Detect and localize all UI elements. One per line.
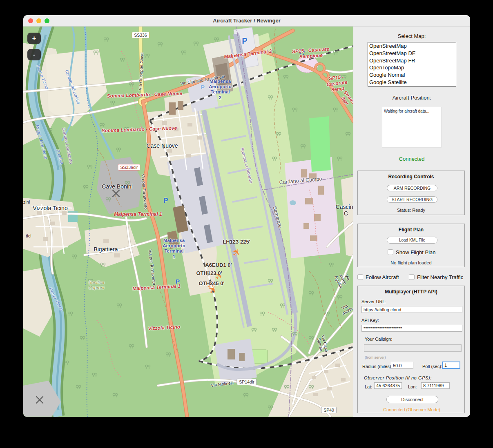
disconnect-button[interactable]: Disconnect xyxy=(386,396,438,403)
server-url-label: Server URL: xyxy=(361,299,386,304)
aircraft-label: OTH123 0' xyxy=(196,270,222,276)
api-key-input[interactable] xyxy=(361,325,462,332)
flight-plan-title: Flight Plan xyxy=(358,227,464,233)
close-button[interactable] xyxy=(28,18,33,23)
radius-label: Radius (miles): xyxy=(362,364,392,369)
observer-position-label: Observer Position (if no GPS): xyxy=(364,375,432,380)
minimize-button[interactable] xyxy=(36,18,41,23)
lon-label: Lon: xyxy=(408,384,417,389)
aircraft-label: A6EUD1 0' xyxy=(205,262,232,268)
map-source-list[interactable]: OpenStreetMapOpenStreetMap DEOpenStreetM… xyxy=(368,42,456,86)
multiplayer-group: Multiplayer (HTTP API) Server URL: API K… xyxy=(357,286,465,413)
map-canvas[interactable]: PPPP SS336Via Giuseppe GiustiMalpensa Te… xyxy=(23,27,353,417)
select-map-label: Select Map: xyxy=(353,33,470,39)
flight-plan-status: No flight plan loaded xyxy=(358,260,464,265)
recording-status: Status: Ready xyxy=(358,208,464,213)
map-basemap xyxy=(23,27,353,417)
poll-input[interactable] xyxy=(442,362,460,369)
arm-recording-button[interactable]: ARM RECORDING xyxy=(387,185,437,191)
lat-label: Lat: xyxy=(365,384,372,389)
flight-plan-group: Flight Plan Load KML File Show Flight Pl… xyxy=(357,224,465,267)
aircraft-position-label: Aircraft Position: xyxy=(353,95,470,101)
control-panel: Select Map: OpenStreetMapOpenStreetMap D… xyxy=(353,27,470,417)
window-title: Aircraft Tracker / Rewinger xyxy=(23,15,470,27)
recording-controls-title: Recording Controls xyxy=(358,174,464,180)
map-option[interactable]: OpenStreetMap DE xyxy=(368,50,456,57)
recording-controls-group: Recording Controls ARM RECORDING START R… xyxy=(357,171,465,215)
aircraft-label: OTH345 0' xyxy=(199,280,224,286)
filter-traffic-checkbox[interactable] xyxy=(409,274,415,280)
map-option[interactable]: OpenStreetMap FR xyxy=(368,57,456,64)
callsign-hint: (from server) xyxy=(365,355,386,359)
callsign-label: Your Callsign: xyxy=(365,337,392,342)
server-url-input[interactable] xyxy=(361,306,462,313)
map-option[interactable]: OpenTopoMap xyxy=(368,64,456,71)
api-key-label: API Key: xyxy=(361,318,379,323)
aircraft-label: LH123 225' xyxy=(223,239,250,245)
map-option[interactable]: OpenStreetMap xyxy=(368,42,456,50)
map-option[interactable]: Google Normal xyxy=(368,71,456,79)
map-zoom-in-button[interactable]: + xyxy=(27,33,41,44)
app-window: Aircraft Tracker / Rewinger xyxy=(23,15,470,417)
poll-label: Poll (sec): xyxy=(422,364,442,369)
lon-input[interactable] xyxy=(421,382,450,389)
connection-status: Connected xyxy=(353,156,470,162)
follow-aircraft-checkbox[interactable] xyxy=(357,274,363,280)
multiplayer-title: Multiplayer (HTTP API) xyxy=(358,289,464,295)
multiplayer-status: Connected (Observer Mode) xyxy=(353,407,470,412)
radius-input[interactable] xyxy=(391,362,413,369)
show-flight-plan-label: Show Flight Plan xyxy=(396,249,436,255)
load-kml-button[interactable]: Load KML File xyxy=(387,237,437,244)
start-recording-button[interactable]: START RECORDING xyxy=(387,196,437,203)
aircraft-position-box: Waiting for aircraft data... xyxy=(382,107,442,148)
callsign-input[interactable] xyxy=(364,344,462,352)
titlebar: Aircraft Tracker / Rewinger xyxy=(23,15,470,27)
show-flight-plan-checkbox[interactable] xyxy=(388,249,393,255)
map-zoom-out-button[interactable]: - xyxy=(27,49,41,60)
map-option[interactable]: Google Satellite xyxy=(368,79,456,86)
maximize-button[interactable] xyxy=(45,18,49,23)
lat-input[interactable] xyxy=(374,382,402,389)
follow-aircraft-label: Follow Aircraft xyxy=(366,274,399,280)
filter-traffic-label: Filter Nearby Traffic xyxy=(417,274,463,280)
